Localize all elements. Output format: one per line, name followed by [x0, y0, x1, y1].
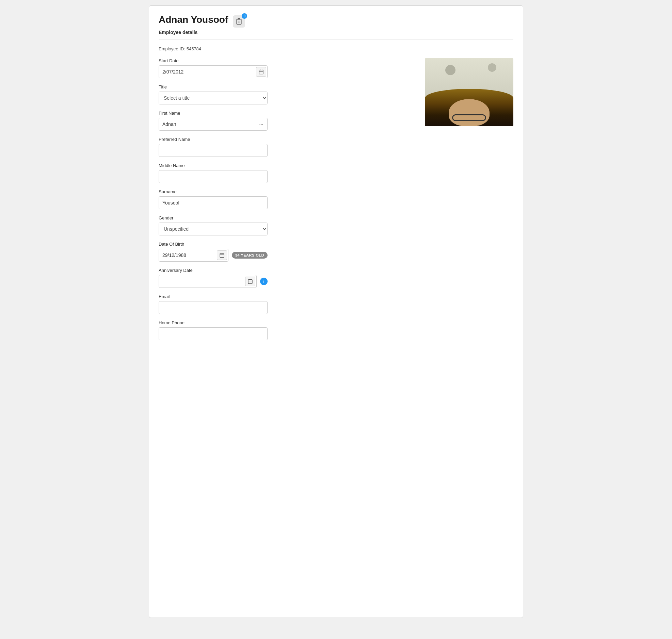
first-name-input[interactable] — [159, 118, 268, 131]
photo-fixture — [445, 65, 456, 75]
email-group: Email — [159, 294, 268, 314]
form-left: Start Date Title — [159, 58, 268, 346]
home-phone-input[interactable] — [159, 327, 268, 340]
photo-glasses — [452, 114, 486, 121]
employee-photo — [425, 58, 513, 126]
start-date-input-wrapper — [159, 65, 268, 78]
start-date-group: Start Date — [159, 58, 268, 78]
title-select[interactable]: Select a title Mr Mrs Ms Miss Dr Prof — [159, 92, 268, 105]
form-layout: Start Date Title — [159, 58, 513, 346]
svg-rect-11 — [248, 280, 252, 284]
notification-wrapper: 0 — [233, 15, 245, 28]
surname-input[interactable] — [159, 196, 268, 209]
anniversary-calendar-button[interactable] — [245, 277, 255, 286]
gender-select[interactable]: Unspecified Male Female Non-binary Prefe… — [159, 222, 268, 235]
home-phone-label: Home Phone — [159, 320, 268, 325]
anniversary-input-wrapper — [159, 275, 257, 288]
clipboard-icon — [235, 18, 242, 25]
photo-background — [425, 58, 513, 126]
anniversary-info-button[interactable]: i — [260, 278, 268, 285]
home-phone-group: Home Phone — [159, 320, 268, 340]
header-divider — [159, 39, 513, 40]
employee-id: Employee ID: 545784 — [159, 46, 513, 51]
form-right — [281, 58, 513, 346]
dob-group: Date Of Birth 34 YEARS — [159, 241, 268, 262]
dob-input-row: 34 YEARS OLD — [159, 249, 268, 262]
middle-name-group: Middle Name — [159, 163, 268, 183]
anniversary-input-row: i — [159, 275, 268, 288]
start-date-input[interactable] — [159, 65, 268, 78]
first-name-more-button[interactable]: ··· — [256, 120, 266, 129]
first-name-input-wrapper: ··· — [159, 118, 268, 131]
email-label: Email — [159, 294, 268, 299]
middle-name-label: Middle Name — [159, 163, 268, 168]
dob-calendar-button[interactable] — [217, 250, 227, 260]
preferred-name-group: Preferred Name — [159, 137, 268, 157]
middle-name-input[interactable] — [159, 170, 268, 183]
photo-face — [449, 99, 490, 126]
anniversary-label: Anniversary Date — [159, 268, 268, 273]
header-section: Adnan Yousoof 0 — [159, 14, 513, 28]
start-date-label: Start Date — [159, 58, 268, 63]
surname-group: Surname — [159, 189, 268, 209]
dob-label: Date Of Birth — [159, 241, 268, 247]
anniversary-group: Anniversary Date i — [159, 268, 268, 288]
svg-rect-3 — [259, 70, 263, 74]
notification-badge: 0 — [242, 13, 247, 19]
start-date-calendar-button[interactable] — [256, 67, 266, 77]
email-input[interactable] — [159, 301, 268, 314]
page-subtitle: Employee details — [159, 30, 513, 35]
age-badge: 34 YEARS OLD — [232, 252, 268, 259]
gender-group: Gender Unspecified Male Female Non-binar… — [159, 215, 268, 235]
preferred-name-input[interactable] — [159, 144, 268, 157]
calendar-icon — [219, 252, 225, 258]
dob-input-wrapper — [159, 249, 228, 262]
title-group: Title Select a title Mr Mrs Ms Miss Dr P… — [159, 84, 268, 105]
surname-label: Surname — [159, 189, 268, 194]
title-label: Title — [159, 84, 268, 90]
page-container: Adnan Yousoof 0 Employee details Employe… — [149, 5, 523, 618]
anniversary-input[interactable] — [159, 275, 257, 288]
svg-rect-0 — [238, 19, 240, 20]
first-name-group: First Name ··· — [159, 111, 268, 131]
calendar-icon — [247, 279, 253, 284]
gender-label: Gender — [159, 215, 268, 220]
photo-fixture2 — [488, 63, 497, 72]
page-title: Adnan Yousoof — [159, 14, 228, 26]
svg-rect-7 — [220, 253, 224, 258]
first-name-label: First Name — [159, 111, 268, 116]
preferred-name-label: Preferred Name — [159, 137, 268, 142]
calendar-icon — [258, 69, 264, 75]
